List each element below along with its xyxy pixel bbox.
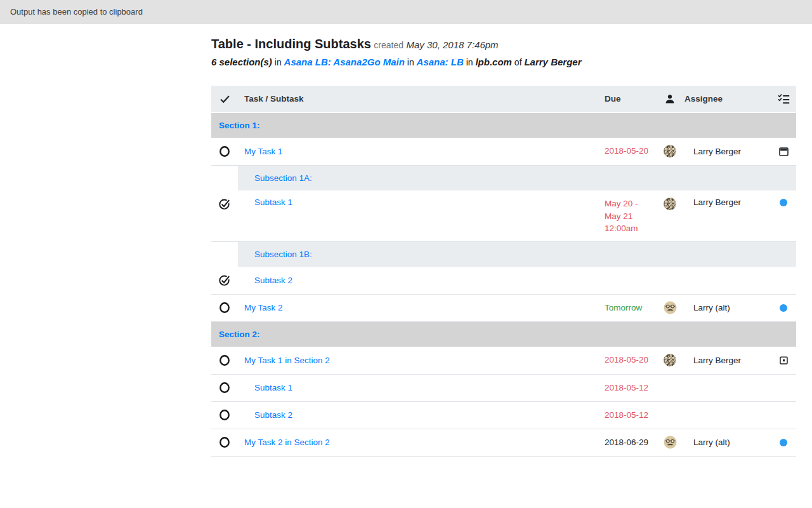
- square-dot-icon: [780, 356, 788, 365]
- circle-open-icon: [219, 302, 230, 314]
- task-link[interactable]: Subtask 2: [254, 276, 292, 285]
- project-link[interactable]: Asana LB: Asana2Go Main: [284, 57, 405, 67]
- subsection-label: Subsection 1A:: [238, 165, 796, 190]
- assignee-cell: Larry (alt): [684, 429, 771, 456]
- task-name-cell: Subtask 1: [238, 190, 592, 241]
- task-name-cell: Subtask 2: [238, 267, 592, 294]
- assignee-cell: Larry Berger: [684, 347, 771, 374]
- subtask-row: Subtask 22018-05-12: [211, 401, 796, 429]
- section-label: Section 2:: [211, 321, 796, 347]
- marker-cell: [771, 138, 796, 165]
- subtask-row: Subtask 12018-05-12: [211, 374, 796, 401]
- task-link[interactable]: My Task 1: [244, 147, 283, 156]
- check-icon: [211, 86, 238, 112]
- created-date: May 30, 2018 7:46pm: [407, 39, 499, 50]
- assignee-cell: [684, 401, 771, 429]
- circle-open-icon: [219, 382, 230, 394]
- completion-status-cell: [211, 429, 238, 456]
- subtitle-word: in: [407, 57, 414, 67]
- due-cell: [592, 267, 655, 294]
- table-header-row: Task / Subtask Due Assignee: [211, 86, 796, 112]
- circle-open-icon: [219, 436, 230, 448]
- avatar-cell: [655, 190, 684, 241]
- due-cell: 2018-05-20: [592, 347, 655, 374]
- assignee-cell: [684, 267, 771, 294]
- avatar-cell: [655, 429, 684, 456]
- assignee-cell: [684, 374, 771, 401]
- avatar: [664, 145, 676, 157]
- task-name-cell: My Task 1: [238, 138, 592, 165]
- due-cell: 2018-05-20: [592, 138, 655, 165]
- marker-cell: [771, 401, 796, 429]
- completion-status-cell: [211, 190, 238, 241]
- subsection-spacer: [211, 165, 238, 190]
- circle-check-icon: [218, 197, 232, 210]
- workspace-name: lpb.com: [475, 57, 512, 67]
- task-name-cell: My Task 2 in Section 2: [238, 429, 592, 456]
- subtask-row: Subtask 2: [211, 267, 796, 294]
- marker-cell: [771, 429, 796, 456]
- column-header-assignee: Assignee: [684, 86, 771, 112]
- report-subtitle: 6 selection(s) in Asana LB: Asana2Go Mai…: [211, 56, 796, 69]
- subsection-row: Subsection 1A:: [211, 165, 796, 190]
- avatar: [664, 354, 676, 366]
- team-link[interactable]: Asana: LB: [417, 57, 464, 67]
- avatar-cell: [655, 401, 684, 429]
- notification-bar: Output has been copied to clipboard: [0, 0, 812, 24]
- completion-status-cell: [211, 294, 238, 321]
- section-row: Section 1:: [211, 112, 796, 138]
- subsection-label: Subsection 1B:: [238, 241, 796, 267]
- due-cell: 2018-05-12: [592, 401, 655, 429]
- column-header-due: Due: [592, 86, 655, 112]
- checklist-icon: [771, 86, 796, 112]
- task-link[interactable]: Subtask 1: [254, 383, 292, 392]
- marker-cell: [771, 347, 796, 374]
- task-link[interactable]: Subtask 2: [254, 410, 292, 420]
- section-row: Section 2:: [211, 321, 796, 347]
- avatar: [664, 197, 676, 210]
- completion-status-cell: [211, 138, 238, 165]
- completion-status-cell: [211, 401, 238, 429]
- task-row: My Task 2TomorrowLarry (alt): [211, 294, 796, 321]
- marker-cell: [771, 374, 796, 401]
- notification-text: Output has been copied to clipboard: [10, 7, 143, 17]
- task-name-cell: Subtask 1: [238, 374, 592, 401]
- assignee-cell: Larry Berger: [684, 190, 771, 241]
- marker-cell: [771, 190, 796, 241]
- circle-open-icon: [219, 145, 230, 157]
- circle-check-icon: [218, 274, 232, 286]
- calendar-icon: [779, 147, 789, 156]
- due-cell: May 20 - May 21 12:00am: [592, 190, 655, 241]
- owner-name: Larry Berger: [524, 57, 581, 67]
- avatar-cell: [655, 267, 684, 294]
- task-link[interactable]: Subtask 1: [254, 197, 292, 207]
- avatar-cell: [655, 138, 684, 165]
- completion-status-cell: [211, 347, 238, 374]
- due-cell: Tomorrow: [592, 294, 655, 321]
- task-link[interactable]: My Task 2: [244, 303, 283, 312]
- status-dot-icon: [780, 304, 787, 312]
- task-name-cell: My Task 1 in Section 2: [238, 347, 592, 374]
- column-header-task: Task / Subtask: [238, 86, 592, 112]
- due-cell: 2018-05-12: [592, 374, 655, 401]
- marker-cell: [771, 294, 796, 321]
- task-name-cell: Subtask 2: [238, 401, 592, 429]
- report-header: Table - Including Subtasks created May 3…: [211, 36, 796, 53]
- task-link[interactable]: My Task 1 in Section 2: [244, 356, 330, 365]
- task-row: My Task 1 in Section 22018-05-20Larry Be…: [211, 347, 796, 374]
- task-row: My Task 12018-05-20Larry Berger: [211, 138, 796, 165]
- avatar-cell: [655, 374, 684, 401]
- avatar: [664, 436, 677, 449]
- subtitle-word: in: [275, 57, 282, 67]
- avatar-cell: [655, 294, 684, 321]
- task-link[interactable]: My Task 2 in Section 2: [244, 438, 330, 447]
- person-icon: [655, 86, 684, 112]
- status-dot-icon: [780, 199, 787, 206]
- status-dot-icon: [780, 439, 787, 446]
- report-content: Table - Including Subtasks created May 3…: [211, 24, 796, 457]
- avatar: [664, 301, 677, 314]
- page-title: Table - Including Subtasks: [211, 37, 371, 51]
- subtitle-word: in: [466, 57, 473, 67]
- completion-status-cell: [211, 267, 238, 294]
- circle-open-icon: [219, 409, 230, 421]
